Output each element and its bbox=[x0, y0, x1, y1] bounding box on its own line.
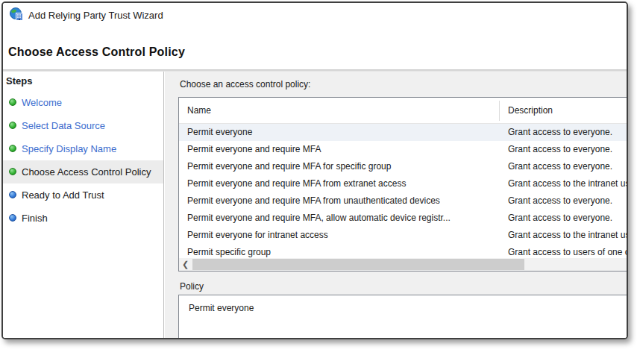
policy-table[interactable]: Name Description Permit everyoneGrant ac… bbox=[178, 97, 628, 272]
step-done-dot-icon bbox=[9, 122, 16, 129]
column-header-name[interactable]: Name bbox=[187, 98, 211, 123]
step-pending-dot-icon bbox=[9, 214, 16, 222]
sidebar-step-select-data-source[interactable]: Select Data Source bbox=[3, 114, 163, 137]
column-separator[interactable] bbox=[499, 101, 500, 121]
policy-description: Grant access to users of one or more spe… bbox=[508, 244, 628, 257]
step-label: Ready to Add Trust bbox=[22, 189, 104, 201]
policy-name: Permit everyone bbox=[187, 124, 498, 140]
step-label: Welcome bbox=[22, 96, 62, 109]
title-bar: Add Relying Party Trust Wizard bbox=[3, 3, 627, 27]
column-header-description[interactable]: Description bbox=[508, 98, 553, 123]
table-body: Permit everyoneGrant access to everyone.… bbox=[179, 124, 628, 257]
policy-description: Grant access to the intranet users. bbox=[508, 175, 628, 192]
sidebar-step-choose-access-control-policy: Choose Access Control Policy bbox=[3, 160, 163, 183]
table-header: Name Description bbox=[179, 98, 628, 124]
scrollbar-thumb[interactable] bbox=[192, 259, 524, 270]
policy-description: Grant access to everyone. bbox=[508, 210, 612, 226]
policy-row[interactable]: Permit everyone and require MFA, allow a… bbox=[179, 210, 628, 227]
step-done-dot-icon bbox=[9, 168, 16, 175]
sidebar-step-finish: Finish bbox=[3, 207, 163, 230]
step-done-dot-icon bbox=[9, 98, 16, 106]
policy-name: Permit everyone and require MFA bbox=[187, 141, 498, 157]
step-label: Select Data Source bbox=[22, 119, 105, 132]
policy-row[interactable]: Permit everyone and require MFA from ext… bbox=[179, 175, 628, 192]
steps-list: WelcomeSelect Data SourceSpecify Display… bbox=[3, 91, 163, 230]
policy-name: Permit specific group bbox=[187, 244, 498, 257]
step-label: Specify Display Name bbox=[22, 142, 116, 155]
policy-name: Permit everyone and require MFA for spec… bbox=[187, 158, 498, 175]
step-pending-dot-icon bbox=[9, 191, 16, 198]
steps-sidebar: Steps WelcomeSelect Data SourceSpecify D… bbox=[3, 72, 164, 339]
sidebar-step-welcome[interactable]: Welcome bbox=[3, 91, 163, 114]
policy-name: Permit everyone for intranet access bbox=[187, 227, 498, 243]
scroll-left-arrow-icon[interactable]: ❮ bbox=[179, 258, 192, 271]
window-title: Add Relying Party Trust Wizard bbox=[28, 10, 163, 21]
list-label: Choose an access control policy: bbox=[180, 79, 310, 90]
policy-row[interactable]: Permit everyone and require MFAGrant acc… bbox=[179, 141, 628, 158]
policy-description-box: Permit everyone bbox=[178, 295, 628, 339]
steps-header: Steps bbox=[6, 75, 163, 87]
policy-row[interactable]: Permit everyone and require MFA from una… bbox=[179, 192, 628, 210]
policy-label: Policy bbox=[180, 281, 204, 292]
policy-row[interactable]: Permit everyoneGrant access to everyone. bbox=[179, 124, 628, 141]
horizontal-scrollbar[interactable]: ❮ bbox=[179, 258, 628, 271]
policy-name: Permit everyone and require MFA from una… bbox=[187, 192, 498, 209]
step-label: Choose Access Control Policy bbox=[22, 166, 151, 178]
policy-row[interactable]: Permit specific groupGrant access to use… bbox=[179, 244, 628, 257]
policy-description: Grant access to everyone. bbox=[508, 158, 612, 175]
policy-description-text: Permit everyone bbox=[189, 303, 628, 313]
wizard-window: Add Relying Party Trust Wizard Choose Ac… bbox=[1, 1, 628, 339]
policy-description: Grant access to everyone. bbox=[508, 192, 612, 209]
policy-description: Grant access to everyone. bbox=[508, 124, 612, 140]
step-done-dot-icon bbox=[9, 145, 16, 152]
policy-row[interactable]: Permit everyone and require MFA for spec… bbox=[179, 158, 628, 175]
policy-name: Permit everyone and require MFA from ext… bbox=[187, 175, 498, 192]
step-label: Finish bbox=[22, 212, 48, 225]
policy-row[interactable]: Permit everyone for intranet accessGrant… bbox=[179, 227, 628, 244]
sidebar-step-ready-to-add-trust: Ready to Add Trust bbox=[3, 183, 163, 207]
main-panel: Choose an access control policy: Name De… bbox=[165, 72, 628, 339]
sidebar-step-specify-display-name[interactable]: Specify Display Name bbox=[3, 137, 163, 160]
policy-description: Grant access to the intranet users. bbox=[508, 227, 628, 243]
policy-description: Grant access to everyone. bbox=[508, 141, 612, 157]
adfs-trust-icon bbox=[10, 7, 24, 22]
policy-name: Permit everyone and require MFA, allow a… bbox=[187, 210, 498, 226]
page-title: Choose Access Control Policy bbox=[8, 46, 185, 59]
